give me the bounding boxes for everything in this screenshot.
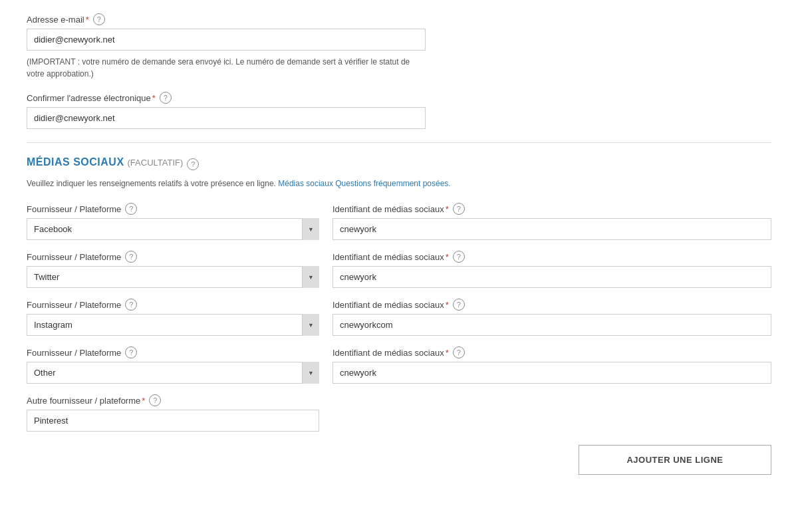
identifier-input-4[interactable]: [332, 362, 771, 384]
provider-label-1: Fournisseur / Plateforme ?: [27, 203, 319, 215]
identifier-help-icon-2[interactable]: ?: [453, 251, 465, 263]
identifier-help-icon-4[interactable]: ?: [453, 346, 465, 358]
identifier-label-text-4: Identifiant de médias sociaux: [332, 348, 444, 358]
identifier-label-1: Identifiant de médias sociaux * ?: [332, 203, 771, 215]
identifier-label-text-2: Identifiant de médias sociaux: [332, 252, 444, 262]
social-left-3: Fournisseur / Plateforme ? Facebook Twit…: [27, 299, 319, 336]
email-label: Adresse e-mail * ?: [27, 13, 426, 25]
identifier-help-icon-1[interactable]: ?: [453, 203, 465, 215]
email-required-star: *: [86, 15, 89, 25]
social-right-2: Identifiant de médias sociaux * ?: [332, 251, 771, 288]
social-row-2: Fournisseur / Plateforme ? Facebook Twit…: [27, 251, 771, 288]
identifier-input-2[interactable]: [332, 266, 771, 288]
confirm-email-label: Confirmer l'adresse électronique * ?: [27, 92, 426, 104]
provider-label-3: Fournisseur / Plateforme ?: [27, 299, 319, 311]
provider-label-4: Fournisseur / Plateforme ?: [27, 346, 319, 358]
provider-label-text-3: Fournisseur / Plateforme: [27, 300, 121, 310]
social-help-icon[interactable]: ?: [187, 158, 199, 170]
identifier-label-text-3: Identifiant de médias sociaux: [332, 300, 444, 310]
provider-label-text-1: Fournisseur / Plateforme: [27, 204, 121, 214]
add-line-button[interactable]: AJOUTER UNE LIGNE: [579, 445, 771, 475]
provider-help-icon-3[interactable]: ?: [125, 299, 137, 311]
identifier-label-4: Identifiant de médias sociaux * ?: [332, 346, 771, 358]
social-right-1: Identifiant de médias sociaux * ?: [332, 203, 771, 240]
confirm-email-input[interactable]: [27, 107, 426, 129]
identifier-required-2: *: [446, 252, 449, 262]
provider-label-text-2: Fournisseur / Plateforme: [27, 252, 121, 262]
confirm-email-required-star: *: [152, 93, 156, 103]
email-help-icon[interactable]: ?: [93, 13, 105, 25]
identifier-label-text-1: Identifiant de médias sociaux: [332, 204, 444, 214]
social-left-2: Fournisseur / Plateforme ? Facebook Twit…: [27, 251, 319, 288]
provider-label-2: Fournisseur / Plateforme ?: [27, 251, 319, 263]
social-description: Veuillez indiquer les renseignements rel…: [27, 178, 771, 190]
social-facultatif: (FACULTATIF): [128, 158, 184, 168]
identifier-input-3[interactable]: [332, 314, 771, 336]
autre-fournisseur-label: Autre fournisseur / plateforme * ?: [27, 394, 319, 406]
autre-help-icon[interactable]: ?: [149, 394, 161, 406]
email-label-text: Adresse e-mail: [27, 15, 84, 25]
provider-help-icon-1[interactable]: ?: [125, 203, 137, 215]
social-title-text: MÉDIAS SOCIAUX: [27, 156, 128, 168]
social-link2[interactable]: Questions fréquemment posées.: [335, 179, 450, 188]
social-left-4: Fournisseur / Plateforme ? Facebook Twit…: [27, 346, 319, 384]
social-right-3: Identifiant de médias sociaux * ?: [332, 299, 771, 336]
social-media-title: MÉDIAS SOCIAUX (FACULTATIF): [27, 156, 183, 168]
provider-select-wrapper-1: Facebook Twitter Instagram Other: [27, 218, 319, 240]
provider-select-2[interactable]: Facebook Twitter Instagram Other: [27, 266, 319, 288]
social-row-1: Fournisseur / Plateforme ? Facebook Twit…: [27, 203, 771, 240]
confirm-email-section: Confirmer l'adresse électronique * ?: [27, 92, 426, 129]
provider-select-3[interactable]: Facebook Twitter Instagram Other: [27, 314, 319, 336]
identifier-required-4: *: [446, 348, 449, 358]
identifier-required-1: *: [446, 204, 449, 214]
identifier-label-2: Identifiant de médias sociaux * ?: [332, 251, 771, 263]
social-row-3: Fournisseur / Plateforme ? Facebook Twit…: [27, 299, 771, 336]
social-desc-text: Veuillez indiquer les renseignements rel…: [27, 179, 278, 188]
provider-label-text-4: Fournisseur / Plateforme: [27, 348, 121, 358]
provider-help-icon-4[interactable]: ?: [125, 346, 137, 358]
autre-fournisseur-section: Autre fournisseur / plateforme * ?: [27, 394, 319, 432]
social-row-4: Fournisseur / Plateforme ? Facebook Twit…: [27, 346, 771, 384]
email-input[interactable]: [27, 29, 426, 51]
important-note: (IMPORTANT : votre numéro de demande ser…: [27, 56, 426, 80]
provider-select-wrapper-2: Facebook Twitter Instagram Other: [27, 266, 319, 288]
provider-select-wrapper-4: Facebook Twitter Instagram Other: [27, 362, 319, 384]
social-link1[interactable]: Médias sociaux: [278, 179, 335, 188]
autre-fournisseur-input[interactable]: [27, 410, 319, 432]
social-left-1: Fournisseur / Plateforme ? Facebook Twit…: [27, 203, 319, 240]
provider-help-icon-2[interactable]: ?: [125, 251, 137, 263]
social-media-section: MÉDIAS SOCIAUX (FACULTATIF) ? Veuillez i…: [27, 156, 771, 475]
autre-required-star: *: [142, 396, 145, 406]
identifier-required-3: *: [446, 300, 449, 310]
provider-select-1[interactable]: Facebook Twitter Instagram Other: [27, 218, 319, 240]
confirm-email-label-text: Confirmer l'adresse électronique: [27, 93, 151, 103]
provider-select-wrapper-3: Facebook Twitter Instagram Other: [27, 314, 319, 336]
confirm-email-help-icon[interactable]: ?: [160, 92, 172, 104]
autre-fournisseur-label-text: Autre fournisseur / plateforme: [27, 396, 140, 406]
provider-select-4[interactable]: Facebook Twitter Instagram Other: [27, 362, 319, 384]
identifier-label-3: Identifiant de médias sociaux * ?: [332, 299, 771, 311]
email-section: Adresse e-mail * ? (IMPORTANT : votre nu…: [27, 13, 426, 80]
social-right-4: Identifiant de médias sociaux * ?: [332, 346, 771, 384]
identifier-help-icon-3[interactable]: ?: [453, 299, 465, 311]
identifier-input-1[interactable]: [332, 218, 771, 240]
section-divider: [27, 142, 771, 143]
